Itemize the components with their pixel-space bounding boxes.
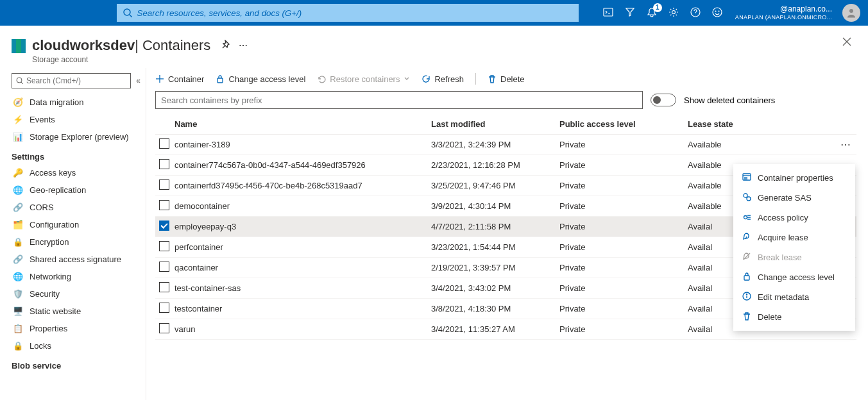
context-menu-item[interactable]: Container properties bbox=[733, 168, 855, 188]
context-menu-item[interactable]: Edit metadata bbox=[733, 287, 855, 307]
prefix-search-input[interactable] bbox=[161, 92, 637, 108]
cell-modified: 2/23/2021, 12:16:28 PM bbox=[431, 155, 559, 176]
cell-modified: 4/7/2021, 2:11:58 PM bbox=[431, 217, 559, 237]
row-checkbox[interactable] bbox=[159, 303, 169, 313]
sidebar-item[interactable]: 🔒Locks bbox=[0, 337, 146, 354]
row-checkbox[interactable] bbox=[159, 241, 169, 251]
cell-modified: 3/9/2021, 4:30:14 PM bbox=[431, 196, 559, 217]
cell-access: Private bbox=[559, 319, 688, 340]
row-checkbox[interactable] bbox=[159, 200, 169, 210]
directory-filter-icon[interactable] bbox=[625, 7, 635, 19]
cell-access: Private bbox=[559, 176, 688, 196]
context-menu-label: Generate SAS bbox=[758, 193, 812, 203]
col-header-lease[interactable]: Lease state bbox=[688, 114, 837, 135]
feedback-icon[interactable] bbox=[712, 7, 722, 19]
context-menu-item[interactable]: Access policy bbox=[733, 208, 855, 228]
sidebar-search-input[interactable] bbox=[26, 76, 126, 85]
context-menu-label: Break lease bbox=[758, 253, 802, 262]
main-content: Container Change access level Restore co… bbox=[146, 68, 868, 400]
change-access-button[interactable]: Change access level bbox=[216, 74, 305, 84]
sidebar-item-label: Geo-replication bbox=[30, 185, 86, 195]
row-checkbox[interactable] bbox=[159, 323, 169, 333]
top-bar: 1 @anaplan.co... ANAPLAN (ANAPLAN.ONMICR… bbox=[0, 0, 868, 26]
sidebar-item[interactable]: 🌐Geo-replication bbox=[0, 181, 146, 199]
show-deleted-toggle[interactable] bbox=[651, 94, 676, 106]
row-checkbox[interactable] bbox=[159, 179, 169, 190]
row-menu-icon[interactable]: ⋯ bbox=[840, 139, 851, 150]
sidebar-item[interactable]: 📊Storage Explorer (preview) bbox=[0, 128, 146, 146]
row-checkbox[interactable] bbox=[159, 138, 169, 149]
context-menu-item: Break lease bbox=[733, 247, 855, 267]
avatar[interactable] bbox=[842, 4, 860, 22]
sidebar-item-icon: 🔒 bbox=[13, 341, 23, 351]
sidebar-item[interactable]: ⚡Events bbox=[0, 111, 146, 128]
sidebar-item[interactable]: 📋Properties bbox=[0, 320, 146, 337]
account-info[interactable]: @anaplan.co... ANAPLAN (ANAPLAN.ONMICRO.… bbox=[735, 4, 832, 21]
more-icon[interactable]: ⋯ bbox=[239, 40, 249, 51]
cell-name: containerfd37495c-f456-470c-be4b-268c531… bbox=[174, 176, 431, 196]
sidebar-item[interactable]: 🛡️Security bbox=[0, 285, 146, 303]
sidebar-item-label: Properties bbox=[30, 324, 67, 333]
sidebar-item-label: CORS bbox=[30, 203, 54, 212]
cell-name: democontainer bbox=[174, 196, 431, 217]
search-icon bbox=[16, 77, 23, 85]
topbar-icons: 1 bbox=[603, 7, 722, 19]
row-checkbox[interactable] bbox=[159, 159, 169, 169]
table-row[interactable]: container-3189 3/3/2021, 3:24:39 PM Priv… bbox=[155, 135, 856, 155]
cloud-shell-icon[interactable] bbox=[603, 7, 613, 19]
context-menu-item[interactable]: Change access level bbox=[733, 267, 855, 287]
notifications-icon[interactable]: 1 bbox=[647, 7, 657, 19]
cell-modified: 3/25/2021, 9:47:46 PM bbox=[431, 176, 559, 196]
col-header-modified[interactable]: Last modified bbox=[431, 114, 559, 135]
sidebar-search[interactable] bbox=[12, 73, 131, 88]
cell-modified: 3/3/2021, 3:24:39 PM bbox=[431, 135, 559, 155]
sidebar-item[interactable]: 🔒Encryption bbox=[0, 233, 146, 251]
cell-name: perfcontainer bbox=[174, 237, 431, 258]
delete-button[interactable]: Delete bbox=[488, 74, 525, 84]
close-button[interactable] bbox=[842, 37, 851, 48]
svg-point-0 bbox=[124, 9, 130, 15]
cell-access: Private bbox=[559, 258, 688, 278]
row-checkbox[interactable] bbox=[159, 221, 169, 231]
global-search[interactable] bbox=[117, 4, 579, 22]
sidebar-item-icon: 🌐 bbox=[13, 185, 23, 195]
sidebar-item[interactable]: 🖥️Static website bbox=[0, 303, 146, 320]
context-menu-item[interactable]: Delete bbox=[733, 307, 855, 327]
pin-icon[interactable] bbox=[221, 40, 230, 51]
collapse-sidebar-icon[interactable]: « bbox=[136, 76, 140, 85]
row-checkbox[interactable] bbox=[159, 282, 169, 292]
sidebar-item-icon: 📊 bbox=[13, 132, 23, 142]
cell-name: container-3189 bbox=[174, 135, 431, 155]
sidebar-item[interactable]: 🔑Access keys bbox=[0, 164, 146, 181]
row-checkbox[interactable] bbox=[159, 262, 169, 272]
cell-modified: 2/19/2021, 3:39:57 PM bbox=[431, 258, 559, 278]
sidebar: « 🧭Data migration⚡Events📊Storage Explore… bbox=[0, 68, 146, 400]
sidebar-item[interactable]: 🧭Data migration bbox=[0, 94, 146, 111]
context-menu-label: Edit metadata bbox=[758, 292, 809, 302]
context-menu-item[interactable]: Generate SAS bbox=[733, 188, 855, 208]
notification-badge: 1 bbox=[653, 3, 662, 12]
svg-rect-15 bbox=[217, 78, 223, 83]
page-header: cloudworksdev | Containers Storage accou… bbox=[0, 26, 868, 68]
col-header-access[interactable]: Public access level bbox=[559, 114, 688, 135]
cell-name: test-container-sas bbox=[174, 278, 431, 299]
sidebar-item-label: Encryption bbox=[30, 237, 69, 247]
context-menu-icon bbox=[742, 192, 751, 203]
context-menu-icon bbox=[742, 212, 751, 223]
cell-access: Private bbox=[559, 278, 688, 299]
sidebar-item[interactable]: 🔗CORS bbox=[0, 199, 146, 216]
sidebar-item[interactable]: 🌐Networking bbox=[0, 268, 146, 285]
global-search-input[interactable] bbox=[137, 8, 572, 18]
help-icon[interactable] bbox=[690, 7, 701, 19]
settings-icon[interactable] bbox=[668, 7, 679, 19]
context-menu-item[interactable]: Acquire lease bbox=[733, 228, 855, 247]
sidebar-item[interactable]: 🔗Shared access signature bbox=[0, 251, 146, 268]
svg-rect-25 bbox=[744, 276, 749, 280]
sidebar-item[interactable]: 🗂️Configuration bbox=[0, 216, 146, 233]
refresh-button[interactable]: Refresh bbox=[421, 74, 464, 84]
sidebar-item-icon: 🌐 bbox=[13, 272, 23, 281]
add-container-button[interactable]: Container bbox=[155, 74, 204, 84]
prefix-search[interactable] bbox=[155, 91, 643, 109]
context-menu: Container propertiesGenerate SASAccess p… bbox=[733, 164, 855, 331]
col-header-name[interactable]: Name bbox=[174, 114, 431, 135]
